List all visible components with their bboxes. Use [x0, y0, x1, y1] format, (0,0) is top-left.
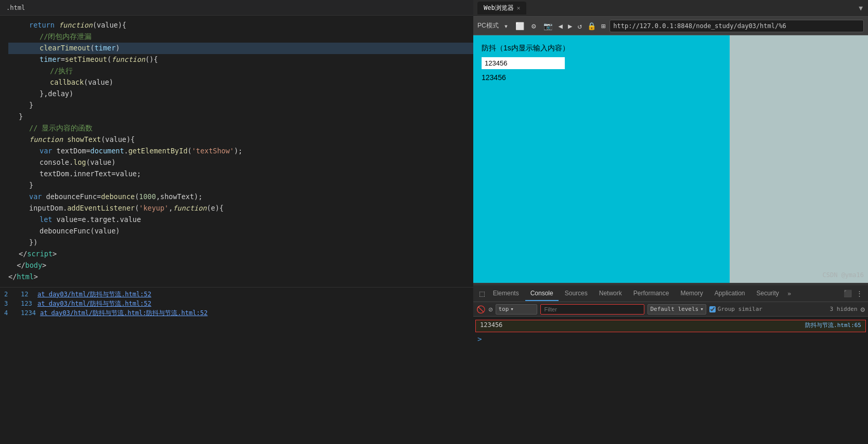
forward-button[interactable]: ▶	[567, 21, 573, 31]
watermark: CSDN @yma16	[823, 271, 864, 279]
code-line: </body>	[8, 260, 473, 271]
context-label: top	[498, 306, 509, 312]
browser-toolbar: PC模式 ▾ ⬜ ⚙ 📷 ◀ ▶ ↺ 🔒 ⊞	[473, 17, 868, 35]
log-row-3: 4 1234 at day03/html/防抖与节流.html:防抖与节流.ht…	[4, 308, 469, 318]
tab-elements[interactable]: Elements	[488, 286, 524, 301]
code-line: var textDom=document.getElementById('tex…	[8, 146, 473, 157]
code-line: return function(value){	[8, 20, 473, 31]
log-link-1[interactable]: at day03/html/防抖与节流.html:52	[37, 290, 151, 299]
levels-label: Default levels	[650, 306, 698, 312]
page-content-area: 防抖（1s内显示输入内容） 123456	[473, 35, 730, 283]
code-line: inputDom.addEventListener('keyup',functi…	[8, 203, 473, 214]
code-lines: return function(value){//闭包内存泄漏clearTime…	[0, 16, 473, 287]
tab-sources[interactable]: Sources	[560, 286, 593, 301]
code-line: // 显示内容的函数	[8, 123, 473, 134]
log-row-1: 2 12 at day03/html/防抖与节流.html:52	[4, 290, 469, 299]
more-options-icon[interactable]: ⋮	[855, 289, 864, 298]
url-bar[interactable]	[610, 20, 864, 32]
filter-icon[interactable]: ⊘	[488, 305, 493, 314]
code-line: }	[8, 100, 473, 111]
browser-tab-label: Web浏览器	[484, 4, 514, 12]
code-line: callback(value)	[8, 77, 473, 88]
context-selector[interactable]: top ▾	[496, 304, 537, 315]
console-settings-icon[interactable]: ⚙	[861, 305, 865, 314]
code-line: let value=e.target.value	[8, 214, 473, 226]
code-editor: .html return function(value){//闭包内存泄漏cle…	[0, 0, 473, 444]
tab-security[interactable]: Security	[752, 286, 784, 301]
context-dropdown-icon: ▾	[510, 306, 514, 312]
console-log-source[interactable]: 防抖与节流.html:65	[805, 321, 861, 329]
log-num-2b: 123	[21, 300, 33, 307]
page-debounce-input[interactable]	[482, 57, 565, 69]
browser-tab-active[interactable]: Web浏览器 ✕	[477, 2, 526, 15]
tab-memory[interactable]: Memory	[675, 286, 708, 301]
clear-console-icon[interactable]: 🚫	[476, 305, 485, 314]
grid-icon[interactable]: ⊞	[600, 21, 606, 31]
log-num-1b: 12	[21, 291, 33, 298]
devtools-top-right-controls: ▼	[858, 3, 864, 13]
bottom-log-area: 2 12 at day03/html/防抖与节流.html:52 3 123 a…	[0, 287, 473, 323]
code-line: function showText(value){	[8, 134, 473, 146]
code-line: </html>	[8, 271, 473, 283]
devtools-panel: ⬚ Elements Console Sources Network Perfo…	[473, 283, 868, 444]
refresh-button[interactable]: ↺	[576, 21, 582, 31]
tab-application[interactable]: Application	[709, 286, 750, 301]
console-filter-input[interactable]	[540, 304, 644, 315]
device-icon[interactable]: ⬜	[513, 21, 526, 31]
tab-network[interactable]: Network	[594, 286, 627, 301]
log-num-3: 4	[4, 309, 17, 317]
browser-tab-bar: Web浏览器 ✕ ▼	[473, 0, 868, 17]
settings-icon[interactable]: ⚙	[529, 21, 538, 31]
code-line: }	[8, 180, 473, 191]
more-tabs-button[interactable]: »	[785, 287, 793, 301]
code-line: })	[8, 237, 473, 249]
code-line: </script>	[8, 249, 473, 260]
dropdown-arrow-icon[interactable]: ▾	[502, 21, 510, 31]
log-num-1: 2	[4, 291, 17, 298]
group-similar-label: Group similar	[718, 306, 762, 312]
log-num-2: 3	[4, 300, 17, 307]
console-log-row: 123456 防抖与节流.html:65	[475, 320, 866, 332]
code-line: },delay)	[8, 88, 473, 100]
minimize-devtools-icon[interactable]: ▼	[858, 3, 864, 13]
log-num-3b: 1234	[21, 309, 36, 317]
back-button[interactable]: ◀	[558, 21, 564, 31]
dock-bottom-icon[interactable]: ⬛	[843, 289, 853, 298]
code-line: //执行	[8, 66, 473, 77]
browser-tab-close[interactable]: ✕	[517, 5, 521, 11]
console-log-value: 123456	[480, 321, 801, 329]
devtools-toolbar: 🚫 ⊘ top ▾ Default levels ▾ Group similar…	[473, 302, 868, 317]
group-similar-checkbox[interactable]	[709, 306, 716, 312]
devtools-content: 123456 防抖与节流.html:65 >	[473, 317, 868, 444]
screenshot-icon[interactable]: 📷	[541, 21, 554, 31]
hidden-count-badge: 3 hidden	[830, 306, 858, 312]
console-prompt-icon: >	[477, 335, 482, 343]
log-link-3[interactable]: at day03/html/防抖与节流.html:防抖与节流.html:52	[40, 309, 208, 318]
page-output-text: 123456	[482, 73, 721, 82]
code-line: textDom.innerText=value;	[8, 168, 473, 180]
page-title: 防抖（1s内显示输入内容）	[482, 44, 721, 53]
browser-viewport: 防抖（1s内显示输入内容） 123456 CSDN @yma16	[473, 35, 868, 283]
group-similar-control: Group similar	[709, 306, 762, 312]
code-line: //闭包内存泄漏	[8, 31, 473, 43]
log-levels-selector[interactable]: Default levels ▾	[647, 304, 706, 315]
devtools-tabs: ⬚ Elements Console Sources Network Perfo…	[473, 285, 868, 302]
tab-performance[interactable]: Performance	[628, 286, 675, 301]
code-line: debounceFunc(value)	[8, 226, 473, 237]
log-row-2: 3 123 at day03/html/防抖与节流.html:52	[4, 299, 469, 308]
code-line: timer=setTimeout(function(){	[8, 54, 473, 66]
log-link-2[interactable]: at day03/html/防抖与节流.html:52	[37, 299, 151, 308]
code-line: clearTimeout(timer)	[8, 43, 473, 54]
browser-panel: Web浏览器 ✕ ▼ PC模式 ▾ ⬜ ⚙ 📷 ◀ ▶ ↺ 🔒 ⊞ 防抖（1s内…	[473, 0, 868, 444]
editor-tab-label: .html	[6, 4, 25, 11]
code-line: console.log(value)	[8, 157, 473, 168]
console-prompt-row: >	[473, 333, 868, 345]
editor-tab[interactable]: .html	[0, 0, 473, 16]
devtools-controls: ⬛ ⋮	[843, 289, 864, 298]
lock-icon: 🔒	[586, 21, 597, 31]
code-line: }	[8, 111, 473, 123]
inspect-element-icon[interactable]: ⬚	[477, 288, 487, 299]
tab-console[interactable]: Console	[525, 286, 559, 301]
code-line: var debounceFunc=debounce(1000,showText)…	[8, 191, 473, 203]
levels-dropdown-icon: ▾	[700, 306, 704, 312]
